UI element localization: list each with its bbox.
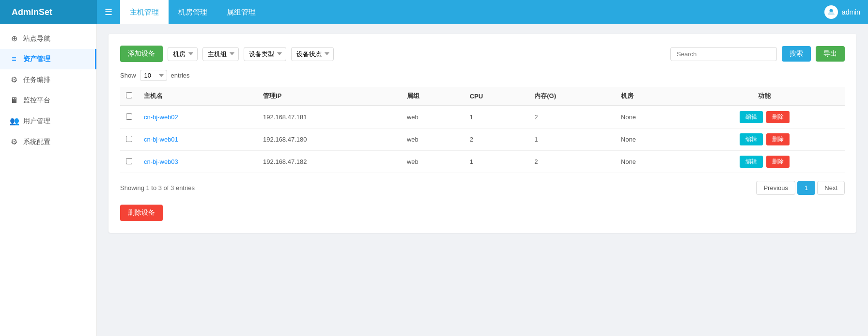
hostname-link-2[interactable]: cn-bj-web03 <box>144 158 178 165</box>
navigation-icon: ⊕ <box>10 34 18 43</box>
pagination-info: Showing 1 to 3 of 3 entries <box>120 184 195 192</box>
sidebar-item-label: 监控平台 <box>23 96 50 105</box>
hostname-link-0[interactable]: cn-bj-web02 <box>144 113 178 121</box>
group-cell-0: web <box>401 106 464 128</box>
table-row: cn-bj-web02 192.168.47.181 web 1 2 None … <box>120 106 845 128</box>
next-button[interactable]: Next <box>817 181 845 195</box>
table-row: cn-bj-web01 192.168.47.180 web 2 1 None … <box>120 128 845 151</box>
edit-button-2[interactable]: 编辑 <box>740 156 763 168</box>
col-checkbox <box>120 87 138 106</box>
nav-right: admin <box>824 5 868 19</box>
ip-cell-0: 192.168.47.181 <box>257 106 401 128</box>
actions-cell-1: 编辑 删除 <box>684 128 845 151</box>
delete-row-button-2[interactable]: 删除 <box>766 156 790 168</box>
show-label: Show <box>120 72 136 79</box>
page-1-button[interactable]: 1 <box>797 181 815 195</box>
username-label: admin <box>842 8 860 16</box>
cpu-cell-2: 1 <box>464 151 529 173</box>
group-cell-2: web <box>401 151 464 173</box>
row-checkbox-2[interactable] <box>126 158 132 164</box>
export-button[interactable]: 导出 <box>816 46 845 62</box>
sidebar-item-config[interactable]: ⚙ 系统配置 <box>0 131 96 152</box>
sidebar-item-label: 系统配置 <box>23 138 50 146</box>
tasks-icon: ⚙ <box>10 75 18 84</box>
entries-label: entries <box>171 72 190 79</box>
pagination: Previous 1 Next <box>756 181 845 195</box>
col-room: 机房 <box>615 87 684 106</box>
sidebar-item-label: 用户管理 <box>23 117 50 126</box>
row-checkbox-1[interactable] <box>126 136 132 142</box>
cpu-cell-0: 1 <box>464 106 529 128</box>
col-ip: 管理IP <box>257 87 401 106</box>
actions-cell-0: 编辑 删除 <box>684 106 845 128</box>
search-input[interactable] <box>670 47 777 61</box>
add-device-button[interactable]: 添加设备 <box>120 46 163 62</box>
delete-row-button-1[interactable]: 删除 <box>766 133 790 145</box>
room-filter[interactable]: 机房 <box>168 47 198 61</box>
users-icon: 👥 <box>10 116 18 126</box>
sidebar-item-label: 资产管理 <box>23 55 50 64</box>
room-cell-1: None <box>615 128 684 151</box>
room-cell-0: None <box>615 106 684 128</box>
col-actions: 功能 <box>684 87 845 106</box>
room-cell-2: None <box>615 151 684 173</box>
group-cell-1: web <box>401 128 464 151</box>
pagination-row: Showing 1 to 3 of 3 entries Previous 1 N… <box>120 181 845 195</box>
sidebar-item-users[interactable]: 👥 用户管理 <box>0 111 96 131</box>
monitor-icon: 🖥 <box>10 96 18 105</box>
col-memory: 内存(G) <box>528 87 615 106</box>
devicetype-filter[interactable]: 设备类型 <box>244 47 286 61</box>
config-icon: ⚙ <box>10 137 18 146</box>
delete-row-button-0[interactable]: 删除 <box>766 111 790 123</box>
main-content: 添加设备 机房 主机组 设备类型 设备状态 搜索 导出 Show <box>97 24 868 336</box>
show-entries: Show 10 25 50 100 entries <box>120 70 845 81</box>
nav-link-groups[interactable]: 属组管理 <box>217 0 265 24</box>
entries-select[interactable]: 10 25 50 100 <box>140 70 167 81</box>
sidebar: ⊕ 站点导航 ≡ 资产管理 ⚙ 任务编排 🖥 监控平台 👥 用户管理 ⚙ 系统配… <box>0 24 97 336</box>
sidebar-item-navigation[interactable]: ⊕ 站点导航 <box>0 28 96 49</box>
memory-cell-1: 1 <box>528 128 615 151</box>
actions-cell-2: 编辑 删除 <box>684 151 845 173</box>
sidebar-item-label: 站点导航 <box>23 34 50 43</box>
table-row: cn-bj-web03 192.168.47.182 web 1 2 None … <box>120 151 845 173</box>
select-all-checkbox[interactable] <box>126 92 132 98</box>
content-card: 添加设备 机房 主机组 设备类型 设备状态 搜索 导出 Show <box>108 34 856 233</box>
hostname-link-1[interactable]: cn-bj-web01 <box>144 136 178 143</box>
sidebar-item-tasks[interactable]: ⚙ 任务编排 <box>0 69 96 90</box>
memory-cell-2: 2 <box>528 151 615 173</box>
cpu-cell-1: 2 <box>464 128 529 151</box>
nav-links: 主机管理 机房管理 属组管理 <box>120 0 265 24</box>
sidebar-item-label: 任务编排 <box>23 76 50 84</box>
sidebar-item-monitor[interactable]: 🖥 监控平台 <box>0 90 96 111</box>
bottom-toolbar: 删除设备 <box>120 195 845 221</box>
memory-cell-0: 2 <box>528 106 615 128</box>
col-group: 属组 <box>401 87 464 106</box>
table-header-row: 主机名 管理IP 属组 CPU 内存(G) 机房 功能 <box>120 87 845 106</box>
nav-toggle-icon[interactable]: ☰ <box>97 7 120 17</box>
ip-cell-2: 192.168.47.182 <box>257 151 401 173</box>
user-avatar <box>824 5 838 19</box>
assets-icon: ≡ <box>10 55 18 64</box>
nav-link-rooms[interactable]: 机房管理 <box>169 0 217 24</box>
row-checkbox-0[interactable] <box>126 113 132 120</box>
toolbar: 添加设备 机房 主机组 设备类型 设备状态 搜索 导出 <box>120 46 845 62</box>
sidebar-item-assets[interactable]: ≡ 资产管理 <box>0 49 96 69</box>
delete-device-button[interactable]: 删除设备 <box>120 205 163 221</box>
nav-link-hosts[interactable]: 主机管理 <box>120 0 169 24</box>
col-cpu: CPU <box>464 87 529 106</box>
devicestatus-filter[interactable]: 设备状态 <box>291 47 334 61</box>
ip-cell-1: 192.168.47.180 <box>257 128 401 151</box>
previous-button[interactable]: Previous <box>756 181 795 195</box>
data-table: 主机名 管理IP 属组 CPU 内存(G) 机房 功能 cn-bj-web02 … <box>120 87 845 173</box>
edit-button-1[interactable]: 编辑 <box>740 133 763 145</box>
brand-logo: AdminSet <box>0 0 97 24</box>
edit-button-0[interactable]: 编辑 <box>740 111 763 123</box>
hostgroup-filter[interactable]: 主机组 <box>202 47 239 61</box>
col-hostname: 主机名 <box>138 87 257 106</box>
search-button[interactable]: 搜索 <box>782 46 811 62</box>
